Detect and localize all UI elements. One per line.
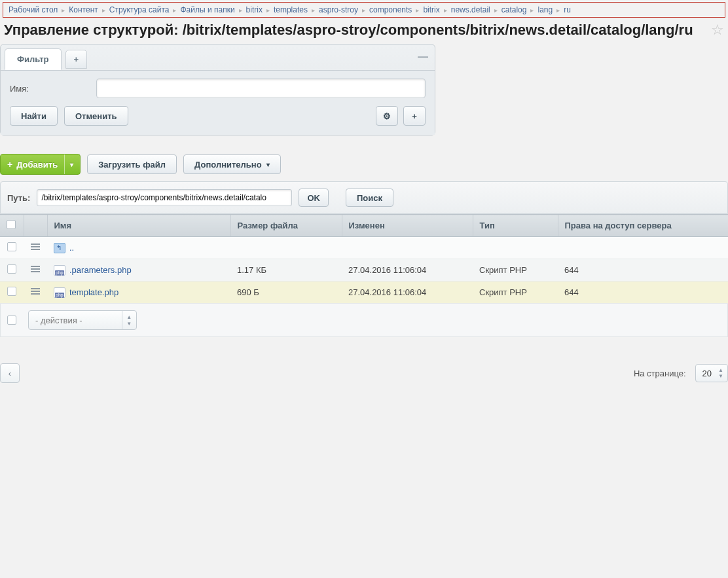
path-label: Путь: xyxy=(7,193,30,203)
table-row[interactable]: phptemplate.php690 Б27.04.2016 11:06:04С… xyxy=(0,281,728,304)
page-size-value: 20 xyxy=(702,369,712,378)
breadcrumb-item[interactable]: bitrix xyxy=(423,5,439,14)
add-button[interactable]: + Добавить ▾ xyxy=(0,154,81,175)
add-button-label: Добавить xyxy=(16,160,58,170)
chevron-right-icon: ▸ xyxy=(494,7,498,14)
breadcrumb-item[interactable]: news.detail xyxy=(451,5,490,14)
cell-perm: 644 xyxy=(558,259,728,281)
breadcrumb-item[interactable]: templates xyxy=(274,5,308,14)
breadcrumb-item[interactable]: Структура сайта xyxy=(109,5,170,14)
path-bar: Путь: OK Поиск xyxy=(0,181,728,214)
file-link[interactable]: template.php xyxy=(69,287,118,297)
checkbox-all[interactable] xyxy=(7,220,16,229)
chevron-right-icon: ▸ xyxy=(444,7,447,14)
col-perm[interactable]: Права на доступ сервера xyxy=(558,215,728,237)
col-checkbox xyxy=(0,215,24,237)
filter-tab-active[interactable]: Фильтр xyxy=(5,48,62,70)
chevron-right-icon: ▸ xyxy=(266,7,270,14)
chevron-right-icon: ▸ xyxy=(239,7,242,14)
cell-type: Скрипт PHP xyxy=(473,281,558,304)
breadcrumb-item[interactable]: components xyxy=(369,5,412,14)
col-name[interactable]: Имя xyxy=(47,215,230,237)
breadcrumb: Рабочий стол▸Контент▸Структура сайта▸Фай… xyxy=(3,2,725,18)
table-row[interactable]: php.parameters.php1.17 КБ27.04.2016 11:0… xyxy=(0,259,728,281)
checkbox-bulk[interactable] xyxy=(7,316,16,325)
cell-size: 690 Б xyxy=(230,281,342,304)
breadcrumb-item[interactable]: Контент xyxy=(69,5,98,14)
chevron-right-icon: ▸ xyxy=(62,7,65,14)
page-title: Управление структурой: /bitrix/templates… xyxy=(4,22,706,39)
chevron-down-icon: ▾ xyxy=(70,161,73,168)
row-menu-icon[interactable] xyxy=(31,264,40,274)
row-menu-icon[interactable] xyxy=(31,287,40,296)
breadcrumb-item[interactable]: aspro-stroy xyxy=(319,5,358,14)
path-ok-button[interactable]: OK xyxy=(299,189,329,207)
col-type[interactable]: Тип xyxy=(473,215,558,237)
file-link[interactable]: .. xyxy=(69,243,74,253)
bulk-action-select[interactable]: - действия - ▲▼ xyxy=(28,310,137,330)
pager: ‹ На странице: 20 ▲▼ xyxy=(0,363,728,383)
row-checkbox[interactable] xyxy=(7,242,16,251)
cell-size: 1.17 КБ xyxy=(230,259,342,281)
cell-modified: 27.04.2016 11:06:04 xyxy=(342,281,473,304)
plus-icon: + xyxy=(7,159,12,170)
cell-modified xyxy=(342,237,473,259)
cell-perm: 644 xyxy=(558,281,728,304)
filter-find-button[interactable]: Найти xyxy=(10,106,58,126)
cell-type: Скрипт PHP xyxy=(473,259,558,281)
bulk-action-label: - действия - xyxy=(29,316,122,325)
filter-tabs: Фильтр + — xyxy=(1,45,435,71)
filter-name-label: Имя: xyxy=(10,84,88,94)
content-wrap: + Добавить ▾ Загрузить файл Дополнительн… xyxy=(0,149,728,396)
more-button-label: Дополнительно xyxy=(194,160,262,170)
cell-name: php.parameters.php xyxy=(47,259,230,281)
file-grid: Имя Размер файла Изменен Тип Права на до… xyxy=(0,214,728,304)
chevron-down-icon: ▾ xyxy=(266,161,270,168)
filter-settings-button[interactable]: ⚙ xyxy=(376,106,398,126)
chevron-right-icon: ▸ xyxy=(173,7,176,14)
chevron-right-icon: ▸ xyxy=(102,7,105,14)
select-handle-icon: ▲▼ xyxy=(122,311,136,329)
breadcrumb-item[interactable]: Рабочий стол xyxy=(9,5,58,14)
row-checkbox[interactable] xyxy=(7,264,16,274)
pager-prev-button[interactable]: ‹ xyxy=(0,363,20,383)
filter-body: Имя: Найти Отменить ⚙ + xyxy=(1,71,435,135)
row-menu-icon[interactable] xyxy=(31,242,40,251)
file-link[interactable]: .parameters.php xyxy=(69,265,132,275)
folder-up-icon: ↰ xyxy=(54,243,65,253)
filter-panel: Фильтр + — Имя: Найти Отменить ⚙ + xyxy=(0,44,435,135)
cell-type xyxy=(473,237,558,259)
row-checkbox[interactable] xyxy=(7,287,16,296)
filter-add-button[interactable]: + xyxy=(403,106,426,126)
pager-size-label: На странице: xyxy=(634,369,686,378)
select-handle-icon: ▲▼ xyxy=(716,367,726,379)
upload-file-button[interactable]: Загрузить файл xyxy=(87,154,177,174)
filter-cancel-button[interactable]: Отменить xyxy=(64,106,128,126)
cell-name: phptemplate.php xyxy=(47,281,230,304)
cell-size xyxy=(230,237,342,259)
filter-collapse-icon[interactable]: — xyxy=(418,51,428,63)
breadcrumb-item[interactable]: Файлы и папки xyxy=(180,5,234,14)
more-button[interactable]: Дополнительно ▾ xyxy=(183,154,281,174)
bulk-action-row: - действия - ▲▼ xyxy=(0,304,728,337)
page-size-select[interactable]: 20 ▲▼ xyxy=(695,364,728,382)
breadcrumb-item[interactable]: ru xyxy=(564,5,571,14)
cell-modified: 27.04.2016 11:06:04 xyxy=(342,259,473,281)
chevron-right-icon: ▸ xyxy=(530,7,534,14)
toolbar: + Добавить ▾ Загрузить файл Дополнительн… xyxy=(0,149,728,181)
path-search-button[interactable]: Поиск xyxy=(346,189,393,207)
filter-add-tab[interactable]: + xyxy=(65,50,88,69)
table-row[interactable]: ↰.. xyxy=(0,237,728,259)
page-title-row: Управление структурой: /bitrix/templates… xyxy=(0,22,728,44)
breadcrumb-item[interactable]: bitrix xyxy=(246,5,263,14)
col-modified[interactable]: Изменен xyxy=(342,215,473,237)
col-size[interactable]: Размер файла xyxy=(230,215,342,237)
add-button-dropdown[interactable]: ▾ xyxy=(64,154,73,174)
breadcrumb-item[interactable]: catalog xyxy=(501,5,527,14)
breadcrumb-item[interactable]: lang xyxy=(537,5,553,14)
chevron-right-icon: ▸ xyxy=(312,7,315,14)
cell-name: ↰.. xyxy=(47,237,230,259)
favorite-star-icon[interactable]: ☆ xyxy=(711,22,724,39)
filter-name-input[interactable] xyxy=(96,79,426,98)
path-input[interactable] xyxy=(37,189,292,206)
